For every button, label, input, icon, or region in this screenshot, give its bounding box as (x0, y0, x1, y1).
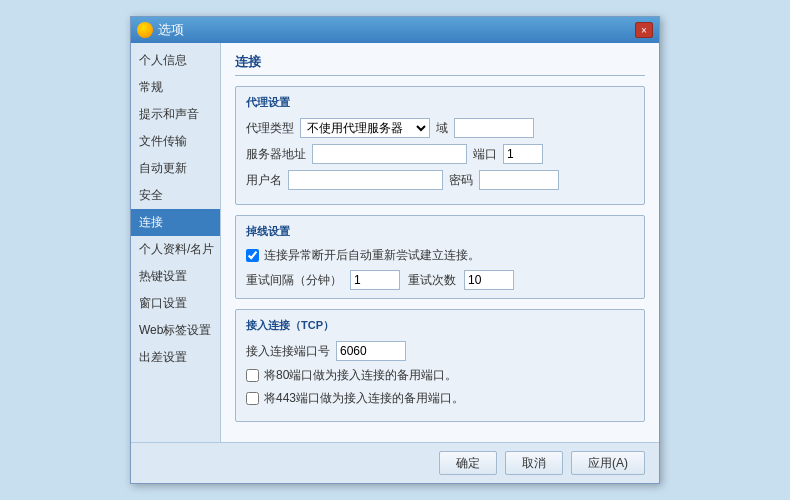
proxy-group: 代理设置 代理类型 不使用代理服务器HTTP代理SOCKS5代理 域 服务器地址… (235, 86, 645, 205)
dialog-body: 个人信息常规提示和声音文件传输自动更新安全连接个人资料/名片热键设置窗口设置We… (131, 43, 659, 442)
dialog-title: 选项 (158, 21, 184, 39)
sidebar-item-热键设置[interactable]: 热键设置 (131, 263, 220, 290)
apply-button[interactable]: 应用(A) (571, 451, 645, 475)
username-input[interactable] (288, 170, 443, 190)
password-input[interactable] (479, 170, 559, 190)
cancel-button[interactable]: 取消 (505, 451, 563, 475)
retry-interval-input[interactable] (350, 270, 400, 290)
disconnect-group: 掉线设置 连接异常断开后自动重新尝试建立连接。 重试间隔（分钟） 重试次数 (235, 215, 645, 299)
retry-row: 重试间隔（分钟） 重试次数 (246, 270, 634, 290)
sidebar: 个人信息常规提示和声音文件传输自动更新安全连接个人资料/名片热键设置窗口设置We… (131, 43, 221, 442)
dialog-footer: 确定 取消 应用(A) (131, 442, 659, 483)
domain-label: 域 (436, 120, 448, 137)
incoming-port-row: 接入连接端口号 (246, 341, 634, 361)
port-input[interactable] (503, 144, 543, 164)
close-button[interactable]: × (635, 22, 653, 38)
sidebar-item-连接[interactable]: 连接 (131, 209, 220, 236)
username-label: 用户名 (246, 172, 282, 189)
title-bar-left: 选项 (137, 21, 184, 39)
retry-count-label: 重试次数 (408, 272, 456, 289)
proxy-type-label: 代理类型 (246, 120, 294, 137)
sidebar-item-安全[interactable]: 安全 (131, 182, 220, 209)
sidebar-item-常规[interactable]: 常规 (131, 74, 220, 101)
server-addr-label: 服务器地址 (246, 146, 306, 163)
sidebar-item-文件传输[interactable]: 文件传输 (131, 128, 220, 155)
sidebar-item-个人资料/名片[interactable]: 个人资料/名片 (131, 236, 220, 263)
retry-interval-label: 重试间隔（分钟） (246, 272, 342, 289)
sidebar-item-提示和声音[interactable]: 提示和声音 (131, 101, 220, 128)
port443-checkbox[interactable] (246, 392, 259, 405)
port443-label: 将443端口做为接入连接的备用端口。 (264, 390, 464, 407)
port80-label: 将80端口做为接入连接的备用端口。 (264, 367, 457, 384)
sidebar-item-个人信息[interactable]: 个人信息 (131, 47, 220, 74)
retry-count-input[interactable] (464, 270, 514, 290)
server-addr-input[interactable] (312, 144, 467, 164)
port80-checkbox[interactable] (246, 369, 259, 382)
sidebar-item-Web标签设置[interactable]: Web标签设置 (131, 317, 220, 344)
section-title: 连接 (235, 53, 645, 76)
app-icon (137, 22, 153, 38)
dialog-window: 选项 × 个人信息常规提示和声音文件传输自动更新安全连接个人资料/名片热键设置窗… (130, 16, 660, 484)
proxy-group-title: 代理设置 (246, 95, 634, 110)
main-content: 连接 代理设置 代理类型 不使用代理服务器HTTP代理SOCKS5代理 域 服务… (221, 43, 659, 442)
server-addr-row: 服务器地址 端口 (246, 144, 634, 164)
ok-button[interactable]: 确定 (439, 451, 497, 475)
disconnect-group-title: 掉线设置 (246, 224, 634, 239)
proxy-type-row: 代理类型 不使用代理服务器HTTP代理SOCKS5代理 域 (246, 118, 634, 138)
auto-reconnect-row: 连接异常断开后自动重新尝试建立连接。 (246, 247, 634, 264)
port80-row: 将80端口做为接入连接的备用端口。 (246, 367, 634, 384)
sidebar-item-自动更新[interactable]: 自动更新 (131, 155, 220, 182)
incoming-port-label: 接入连接端口号 (246, 343, 330, 360)
username-row: 用户名 密码 (246, 170, 634, 190)
sidebar-item-出差设置[interactable]: 出差设置 (131, 344, 220, 371)
auto-reconnect-label: 连接异常断开后自动重新尝试建立连接。 (264, 247, 480, 264)
domain-input[interactable] (454, 118, 534, 138)
port-label: 端口 (473, 146, 497, 163)
proxy-type-select[interactable]: 不使用代理服务器HTTP代理SOCKS5代理 (300, 118, 430, 138)
title-bar: 选项 × (131, 17, 659, 43)
incoming-group: 接入连接（TCP） 接入连接端口号 将80端口做为接入连接的备用端口。 将443… (235, 309, 645, 422)
port443-row: 将443端口做为接入连接的备用端口。 (246, 390, 634, 407)
sidebar-item-窗口设置[interactable]: 窗口设置 (131, 290, 220, 317)
incoming-group-title: 接入连接（TCP） (246, 318, 634, 333)
auto-reconnect-checkbox[interactable] (246, 249, 259, 262)
incoming-port-input[interactable] (336, 341, 406, 361)
password-label: 密码 (449, 172, 473, 189)
